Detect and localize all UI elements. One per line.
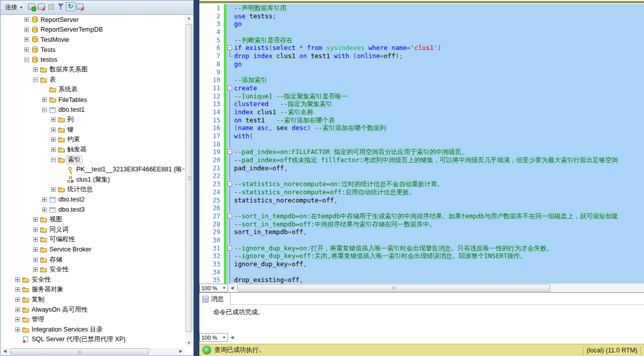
code-line[interactable]: 16(name asc, sex desc) --索引添加在哪个数据列 bbox=[199, 124, 644, 132]
code-line[interactable]: 23--statistics_norecompute=on:过时的统计信息不会自… bbox=[199, 180, 644, 188]
code-line[interactable]: 29sort_in_tempdb=off, bbox=[199, 228, 644, 236]
tree-item[interactable]: +FileTables bbox=[1, 95, 185, 105]
collapse-icon[interactable]: − bbox=[51, 158, 56, 162]
code-line[interactable]: 17with( bbox=[199, 132, 644, 140]
filter-icon[interactable] bbox=[56, 2, 66, 11]
expand-icon[interactable]: + bbox=[24, 37, 29, 42]
tree-item[interactable]: +ReportServer bbox=[1, 15, 185, 25]
expand-icon[interactable]: + bbox=[33, 258, 38, 262]
code-line[interactable]: 33ignore_dup_key=off, bbox=[199, 260, 644, 268]
expand-icon[interactable]: + bbox=[15, 287, 20, 292]
tree-item[interactable]: +存储 bbox=[1, 255, 185, 265]
expand-icon[interactable]: + bbox=[24, 47, 29, 52]
collapse-icon[interactable]: − bbox=[33, 78, 38, 82]
code-line[interactable]: 11create bbox=[199, 84, 644, 92]
expand-icon[interactable]: + bbox=[33, 267, 38, 272]
code-line[interactable]: 1--声明数据库引用 bbox=[199, 4, 644, 12]
fold-collapse-icon[interactable] bbox=[226, 84, 234, 92]
disconnect-icon[interactable] bbox=[37, 2, 46, 11]
expand-icon[interactable]: + bbox=[33, 227, 38, 232]
code-line[interactable]: 19--pad_index=on:FILLFACTOR 指定的可用空间百分比应用… bbox=[199, 148, 644, 156]
tree-item[interactable]: +dbo.test2 bbox=[1, 195, 185, 205]
tree-item[interactable]: −dbo.test1 bbox=[1, 105, 185, 115]
code-line[interactable]: 34 bbox=[199, 268, 644, 276]
panel-splitter[interactable] bbox=[194, 0, 199, 356]
tree-item[interactable]: +AlwaysOn 高可用性 bbox=[1, 304, 185, 315]
code-line[interactable]: 8go bbox=[199, 60, 644, 68]
sql-code-area[interactable]: 1--声明数据库引用2use testss;3go45--判断索引是否存在6if… bbox=[199, 4, 644, 284]
code-line[interactable]: 35drop_existing=off, bbox=[199, 276, 644, 284]
tree-item[interactable]: clus1 (聚集) bbox=[1, 175, 185, 185]
expand-icon[interactable]: + bbox=[33, 237, 38, 242]
code-line[interactable]: 25statistics_norecompute=off, bbox=[199, 196, 644, 205]
code-line[interactable]: 32--ignore_dup_key=off:关闭,将重复键值插入唯一索引时会出… bbox=[199, 252, 644, 260]
expand-icon[interactable]: + bbox=[33, 217, 38, 222]
expand-icon[interactable]: + bbox=[51, 147, 56, 152]
code-line[interactable]: 22 bbox=[199, 172, 644, 180]
editor-horizontal-scrollbar[interactable] bbox=[236, 284, 644, 292]
code-line[interactable]: 10--添加索引 bbox=[199, 76, 644, 84]
tree-item[interactable]: 系统表 bbox=[1, 85, 185, 95]
code-line[interactable]: 9 bbox=[199, 68, 644, 77]
tree-item[interactable]: +dbo.test3 bbox=[1, 205, 185, 215]
expand-icon[interactable]: + bbox=[15, 297, 20, 302]
expand-icon[interactable]: + bbox=[15, 327, 20, 332]
code-line[interactable]: 20--pad_index=off或未指定 fillfactor:考虑到中间级页… bbox=[199, 156, 644, 164]
scroll-left-icon[interactable]: ◀ bbox=[1, 348, 9, 355]
tree-item[interactable]: +数据库关系图 bbox=[1, 65, 185, 75]
tree-item[interactable]: +键 bbox=[1, 125, 185, 135]
collapse-icon[interactable]: − bbox=[42, 108, 47, 112]
tree-item[interactable]: +复制 bbox=[1, 295, 185, 305]
code-line[interactable]: 12--[unique] --指定聚集索引是否唯一 bbox=[199, 92, 644, 100]
expand-icon[interactable]: + bbox=[51, 117, 56, 122]
expand-icon[interactable]: + bbox=[42, 197, 47, 202]
stop-icon[interactable] bbox=[46, 2, 56, 11]
tree-item[interactable]: +安全性 bbox=[1, 265, 185, 275]
collapse-icon[interactable]: − bbox=[24, 58, 29, 62]
expand-icon[interactable]: + bbox=[33, 247, 38, 252]
code-line[interactable]: 14index clus1 --索引名称 bbox=[199, 108, 644, 116]
tree-item[interactable]: +Service Broker bbox=[1, 245, 185, 255]
expand-icon[interactable]: + bbox=[15, 277, 20, 282]
scroll-right-icon[interactable]: ▶ bbox=[177, 348, 185, 355]
code-line[interactable]: 3go bbox=[199, 20, 644, 28]
expand-icon[interactable]: + bbox=[51, 128, 56, 132]
code-line[interactable]: 5--判断索引是否存在 bbox=[199, 36, 644, 44]
tree-item[interactable]: +视图 bbox=[1, 215, 185, 225]
tree-item[interactable]: +可编程性 bbox=[1, 235, 185, 245]
code-line[interactable]: 13clustered --指定为聚集索引 bbox=[199, 100, 644, 108]
code-line[interactable]: 4 bbox=[199, 28, 644, 36]
connect-button[interactable]: 连接 ▼ bbox=[3, 2, 25, 13]
code-line[interactable]: 27--sort_in_tempdb=on:在tempdb中存储用于生成索引的中… bbox=[199, 212, 644, 220]
tree-item[interactable]: +Tests bbox=[1, 45, 185, 55]
expand-icon[interactable]: + bbox=[42, 208, 47, 212]
tree-item[interactable]: SQL Server 代理(已禁用代理 XP) bbox=[1, 335, 185, 345]
tree-item[interactable]: +约束 bbox=[1, 135, 185, 145]
editor-zoom-select[interactable]: 100 % ▼ bbox=[199, 284, 228, 292]
tree-item[interactable]: +TestMovie bbox=[1, 35, 185, 45]
fold-collapse-icon[interactable] bbox=[226, 212, 234, 220]
tree-horizontal-scrollbar[interactable]: ◀ ▶ bbox=[1, 348, 185, 355]
fold-collapse-icon[interactable] bbox=[226, 180, 234, 188]
tree-item[interactable]: +触发器 bbox=[1, 145, 185, 155]
expand-icon[interactable]: + bbox=[24, 17, 29, 22]
expand-icon[interactable]: + bbox=[51, 187, 56, 192]
tab-messages[interactable]: 消息 bbox=[199, 293, 230, 305]
scroll-up-icon[interactable]: ▲ bbox=[185, 15, 193, 22]
messages-zoom-select[interactable]: 100 % ▼ bbox=[199, 333, 228, 342]
code-line[interactable]: 6if exists(select * from sysindexes wher… bbox=[199, 44, 644, 52]
tree-item[interactable]: −testss bbox=[1, 55, 185, 65]
scroll-left-icon[interactable]: ◀ bbox=[228, 333, 236, 343]
tree-item[interactable]: −索引 bbox=[1, 155, 185, 165]
tree-item[interactable]: −表 bbox=[1, 75, 185, 85]
connect-plug-icon[interactable] bbox=[27, 2, 37, 11]
tree-vscroll-thumb[interactable] bbox=[186, 24, 192, 332]
code-line[interactable]: 2use testss; bbox=[199, 12, 644, 20]
kill-connection-icon[interactable] bbox=[75, 2, 85, 11]
code-line[interactable]: 18 bbox=[199, 140, 644, 148]
expand-icon[interactable]: + bbox=[15, 317, 20, 322]
scroll-left-icon[interactable]: ◀ bbox=[228, 284, 236, 292]
fold-collapse-icon[interactable] bbox=[226, 148, 234, 156]
fold-collapse-icon[interactable] bbox=[226, 244, 234, 252]
tree-item[interactable]: +ReportServerTempDB bbox=[1, 25, 185, 35]
